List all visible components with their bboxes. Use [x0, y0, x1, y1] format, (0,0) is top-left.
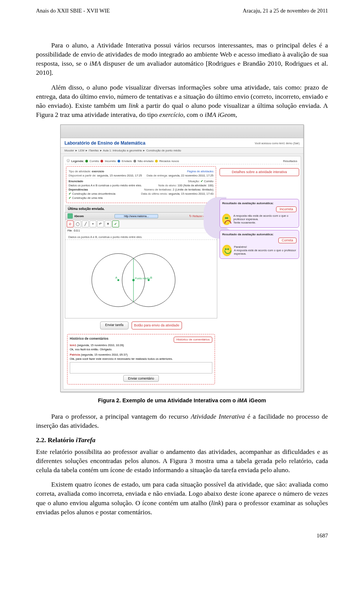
- result-correct-box: Resultado da avaliação automática: Corre…: [220, 230, 299, 259]
- nt-label: Número de tentativas:: [144, 188, 172, 191]
- p5-b: link: [211, 499, 221, 507]
- incorrect-icon: [100, 160, 103, 162]
- legend-msgs: Recados novos: [159, 159, 179, 163]
- browser-chrome: [61, 125, 303, 138]
- tool-point-icon[interactable]: •: [89, 221, 96, 227]
- tool-check-icon[interactable]: ✔: [112, 221, 119, 227]
- legend-prefix: Legenda:: [71, 159, 84, 163]
- result-incorrect-box: Resultado da avaliação automática: Incor…: [220, 199, 299, 228]
- legend-right: Resultados: [283, 159, 297, 163]
- header-left: Anais do XXII SBIE - XVII WIE: [36, 8, 110, 14]
- svg-point-5: [132, 279, 135, 281]
- legend-incorrect: Incorreto: [105, 159, 116, 163]
- nt-value: 2 (Limite de tentativas: ilimitado): [173, 188, 213, 191]
- pagina-link[interactable]: Página de atividades: [187, 170, 213, 173]
- nota-value: 100 (Nota da atividade: 100): [177, 184, 213, 187]
- header-right: Aracaju, 21 a 25 de novembro de 2011: [243, 8, 328, 14]
- igeom-url: http://www.matema...: [115, 214, 158, 218]
- sent-icon: [118, 160, 120, 162]
- result-title-1: Resultado da avaliação automática:: [222, 202, 297, 205]
- tool-stop-icon[interactable]: ⊘: [67, 221, 74, 227]
- enun-value: Dados os pontos A e B construa o ponto m…: [69, 184, 142, 187]
- breadcrumb: Mooder ► LEM ► iTarefas ► Aula 1: Introd…: [61, 148, 303, 154]
- dep1: Construção de uma circunferência: [72, 192, 115, 195]
- legend-notsent: Não enviado: [138, 159, 154, 163]
- canvas-prompt: Dados os pontos A e B, construa o ponto …: [65, 235, 217, 240]
- paragraph-1: Para o aluno, a Atividade Interativa pos…: [36, 41, 328, 77]
- tipo-label: Tipo de atividade:: [69, 170, 91, 173]
- last-solution-title: Última solução enviada.: [65, 205, 217, 212]
- result-title-2: Resultado da avaliação automática:: [222, 233, 297, 236]
- inc-msg1: A resposta não está de acordo com o que …: [233, 214, 297, 221]
- cor-msg2: A resposta está de acordo com o que o pr…: [234, 249, 297, 255]
- send-comment-button[interactable]: Enviar comentário: [123, 375, 159, 382]
- user-login-text: Você acessou como lem1 demo (Sair): [255, 142, 300, 145]
- section-2-2-heading: 2.2. Relatório iTarefa: [36, 436, 328, 444]
- sad-face-icon: [222, 214, 231, 225]
- p1-b: iMA: [89, 60, 101, 67]
- nota-label: Nota do aluno:: [158, 184, 177, 187]
- geometry-drawing: A B Ponto médio: [65, 242, 209, 314]
- paragraph-3: Para o professor, a principal vantagem d…: [36, 412, 328, 430]
- igeom-title: iGeom: [74, 214, 84, 218]
- igeom-logo-icon: [67, 213, 73, 219]
- c1-msg: Ok, vou fazê-los então. Obrigado.: [70, 348, 212, 351]
- p2-e: , com o: [184, 111, 205, 118]
- sit-value: Correto: [204, 180, 213, 183]
- activity-details-box: Tipo de atividade: exercício Página de a…: [66, 166, 216, 203]
- figure-2-caption: Figura 2. Exemplo de uma Atividade Inter…: [36, 397, 328, 403]
- legend-sent: Enviado: [122, 159, 132, 163]
- callout-correct: Correta: [278, 238, 297, 243]
- toolbar: ⊘ ◯ ╱ • ↶ ✕ ✔: [65, 220, 217, 228]
- inc-msg2: Tente novamente.: [233, 221, 297, 224]
- p3-b: Atividade Interativa: [191, 413, 245, 420]
- svg-text:A: A: [115, 276, 118, 279]
- disp-value: segunda, 15 novembro 2010, 17:25: [97, 174, 142, 177]
- tool-line-icon[interactable]: ╱: [82, 221, 89, 227]
- sec-num: 2.2.: [36, 436, 46, 444]
- p3-a: Para o professor, a principal vantagem d…: [51, 413, 191, 420]
- figure-2: Laboratório de Ensino de Matemática Você…: [36, 124, 328, 403]
- legend-bar: ⓘLegenda: Correto Incorreto Enviado Não …: [65, 158, 299, 164]
- cap-b: Figura 2. Exemplo de uma Atividade Inter…: [98, 397, 237, 403]
- due-label: Data do último envio:: [141, 192, 168, 195]
- dep2: Construção de uma reta: [72, 196, 102, 200]
- msgs-icon: [155, 160, 158, 162]
- tool-erase-icon[interactable]: ✕: [105, 221, 111, 227]
- sit-label: Situação:: [188, 180, 200, 183]
- lab-title: Laboratório de Ensino de Matemática: [64, 140, 145, 146]
- tipo-value: exercício: [92, 170, 104, 173]
- callout-comments: Histórico de comentários: [174, 337, 212, 343]
- dep-title: Dependências: [69, 188, 88, 191]
- geometry-canvas[interactable]: Dados os pontos A e B, construa o ponto …: [65, 233, 217, 318]
- callout-details: Detalhes sobre a atividade interativa: [220, 168, 299, 176]
- comments-box: Histórico de comentários Histórico de co…: [67, 334, 215, 384]
- due-value: segunda, 15 novembro 2010, 17:43: [169, 192, 213, 195]
- igeom-applet: iGeom http://www.matema... ↻ Refazer exe…: [65, 212, 217, 318]
- paragraph-5: Existem quatro ícones de estado, um para…: [36, 480, 328, 517]
- send-task-button[interactable]: Enviar tarefa: [100, 321, 128, 329]
- tool-compass-icon[interactable]: ◯: [74, 221, 81, 227]
- p2-d: exercício: [159, 111, 183, 118]
- c1-time: (segunda, 15 novembro 2010, 10:28): [77, 343, 124, 347]
- disp-label: Disponível a partir de:: [69, 174, 96, 177]
- comment-input[interactable]: [70, 362, 212, 373]
- correct-icon: [85, 160, 88, 162]
- cap-tail: iGeom: [248, 397, 266, 403]
- ent-value: segunda, 22 novembro 2010, 17:25: [169, 174, 213, 177]
- tool-undo-icon[interactable]: ↶: [97, 221, 104, 227]
- comments-title: Histórico de comentários: [70, 337, 108, 341]
- c1-user: lem1: [70, 343, 76, 347]
- notsent-icon: [133, 160, 136, 162]
- ent-label: Data de entrega:: [147, 174, 168, 177]
- page-number: 1687: [36, 533, 328, 539]
- c2-user: Patricia: [70, 353, 80, 356]
- enun-title: Enunciado: [69, 180, 83, 183]
- paragraph-4: Este relatório possibilita ao professor …: [36, 447, 328, 474]
- callout-incorrect: Incorreta: [276, 206, 297, 212]
- file-label: File : 0.0.1: [65, 228, 217, 233]
- cor-msg1: Parabéns!: [234, 245, 297, 249]
- svg-text:Ponto médio: Ponto médio: [135, 277, 150, 280]
- c2-msg: Olá, para você fazer este exercício é ne…: [70, 357, 212, 361]
- svg-point-2: [118, 279, 119, 281]
